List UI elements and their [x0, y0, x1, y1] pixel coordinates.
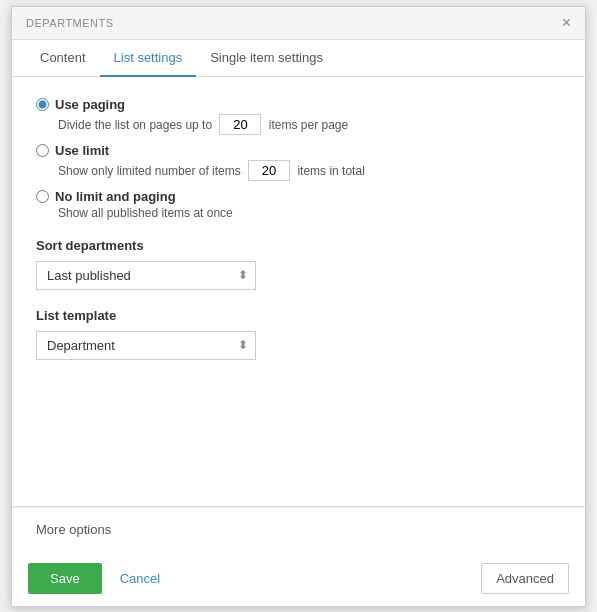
no-limit-label[interactable]: No limit and paging: [36, 189, 561, 204]
list-template-select[interactable]: Department Default Custom: [36, 331, 256, 360]
modal-footer: Save Cancel Advanced: [12, 551, 585, 606]
use-limit-desc-suffix: items in total: [297, 164, 364, 178]
use-limit-label[interactable]: Use limit: [36, 143, 561, 158]
tab-list-settings[interactable]: List settings: [100, 40, 197, 77]
use-paging-label[interactable]: Use paging: [36, 97, 561, 112]
use-paging-desc-prefix: Divide the list on pages up to: [58, 118, 212, 132]
modal-header: DEPARTMENTS ×: [12, 7, 585, 40]
use-paging-desc: Divide the list on pages up to items per…: [58, 114, 561, 135]
more-options-section: More options: [12, 507, 585, 551]
no-limit-text: No limit and paging: [55, 189, 176, 204]
cancel-button[interactable]: Cancel: [116, 563, 164, 594]
sort-departments-select[interactable]: Last published First published Alphabeti…: [36, 261, 256, 290]
use-paging-radio[interactable]: [36, 98, 49, 111]
paging-options-group: Use paging Divide the list on pages up t…: [36, 97, 561, 220]
modal-body: Use paging Divide the list on pages up t…: [12, 77, 585, 507]
use-paging-text: Use paging: [55, 97, 125, 112]
list-template-label: List template: [36, 308, 561, 323]
use-limit-option: Use limit Show only limited number of it…: [36, 143, 561, 181]
modal-title: DEPARTMENTS: [26, 17, 114, 29]
no-limit-radio[interactable]: [36, 190, 49, 203]
no-limit-option: No limit and paging Show all published i…: [36, 189, 561, 220]
use-paging-option: Use paging Divide the list on pages up t…: [36, 97, 561, 135]
save-button[interactable]: Save: [28, 563, 102, 594]
use-limit-text: Use limit: [55, 143, 109, 158]
modal-container: DEPARTMENTS × Content List settings Sing…: [11, 6, 586, 607]
use-limit-desc-prefix: Show only limited number of items: [58, 164, 241, 178]
use-limit-desc: Show only limited number of items items …: [58, 160, 561, 181]
sort-departments-section: Sort departments Last published First pu…: [36, 238, 561, 290]
use-paging-input[interactable]: [219, 114, 261, 135]
list-template-wrapper: Department Default Custom ⬍: [36, 331, 256, 360]
more-options-link[interactable]: More options: [36, 522, 111, 537]
tabs-bar: Content List settings Single item settin…: [12, 40, 585, 77]
no-limit-desc: Show all published items at once: [58, 206, 561, 220]
tab-single-item-settings[interactable]: Single item settings: [196, 40, 337, 77]
list-template-section: List template Department Default Custom …: [36, 308, 561, 360]
use-paging-desc-suffix: items per page: [269, 118, 348, 132]
sort-departments-wrapper: Last published First published Alphabeti…: [36, 261, 256, 290]
advanced-button[interactable]: Advanced: [481, 563, 569, 594]
sort-departments-label: Sort departments: [36, 238, 561, 253]
close-button[interactable]: ×: [562, 15, 571, 31]
use-limit-input[interactable]: [248, 160, 290, 181]
tab-content[interactable]: Content: [26, 40, 100, 77]
use-limit-radio[interactable]: [36, 144, 49, 157]
